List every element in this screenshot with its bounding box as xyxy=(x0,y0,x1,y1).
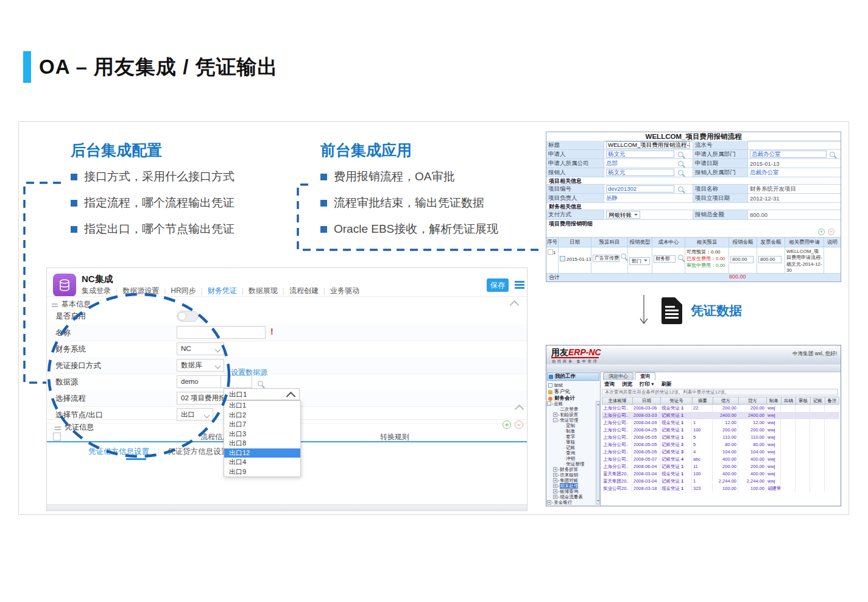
voucher-row[interactable]: 上海分公司.. 2008-05-05 记账凭证2 5 80.00 80.00 w… xyxy=(602,441,839,448)
search-icon[interactable] xyxy=(678,255,683,260)
select-all-checkbox[interactable] xyxy=(53,433,61,441)
column-header[interactable]: 摘要 xyxy=(693,397,713,404)
detail-table-row[interactable]: 1 2015-01-13 广告宣传费 部门 财务部 可用预算：0.00 已发生费… xyxy=(546,247,841,274)
flow-select[interactable]: 02 项目费用报 xyxy=(177,392,224,405)
expand-toggle-icon[interactable] xyxy=(559,445,563,450)
expand-toggle-icon[interactable]: + xyxy=(553,467,557,472)
expand-toggle-icon[interactable]: + xyxy=(553,473,557,477)
expand-toggle-icon[interactable] xyxy=(559,434,563,439)
sidebar-scrollbar[interactable] xyxy=(596,401,600,505)
voucher-row[interactable]: 蓝天集团20.. 2008-03-04 现金凭证1 100 400.00 400… xyxy=(602,470,839,478)
dropdown-option[interactable]: 出口9 xyxy=(224,467,300,477)
tree-item[interactable]: ◦ 二次登录 xyxy=(547,406,595,412)
tree-item[interactable]: ◦ 制单 xyxy=(547,428,595,434)
expand-toggle-icon[interactable]: + xyxy=(553,413,557,417)
project-code-input[interactable]: dev201302 xyxy=(606,185,674,193)
expand-toggle-icon[interactable]: + xyxy=(547,500,551,505)
search-icon[interactable] xyxy=(678,170,683,175)
invoice-amount-input[interactable]: 800.00 xyxy=(758,256,782,263)
search-icon[interactable] xyxy=(830,152,835,157)
column-header[interactable]: 主体账簿 xyxy=(602,397,633,404)
applicant-input[interactable]: 杨文元 xyxy=(606,150,674,158)
tree-item[interactable]: ◦ 签字 xyxy=(547,434,595,439)
toolbar-button[interactable]: 浏览 xyxy=(622,381,632,387)
remove-row-icon[interactable] xyxy=(828,228,834,235)
finance-system-select[interactable]: NC xyxy=(177,342,224,355)
calendar-icon[interactable] xyxy=(560,256,565,261)
tree-item[interactable]: + ▪ 集团对账 xyxy=(547,478,595,483)
column-header[interactable]: 贷方 xyxy=(739,397,767,404)
search-icon[interactable] xyxy=(678,161,683,166)
project-owner-value[interactable]: 丛静 xyxy=(604,194,693,203)
exit-select[interactable]: 出口1 xyxy=(224,388,300,400)
applicant-dept-input[interactable]: 总裁办公室 xyxy=(750,150,827,158)
tree-item[interactable]: + ▪ 资金银行 xyxy=(547,500,595,505)
voucher-row[interactable]: 上海分公司.. 2008-03-03 记账凭证1 2400.00 2400.00… xyxy=(602,412,839,419)
tree-item[interactable]: + ▪ 现金流量表 xyxy=(547,494,595,500)
expand-toggle-icon[interactable] xyxy=(559,423,563,428)
row-checkbox[interactable] xyxy=(548,249,553,255)
column-header[interactable]: 审核 xyxy=(796,397,811,404)
voucher-row[interactable]: 上海分公司.. 2008-05-07 记账凭证4 abc 400.00 400.… xyxy=(602,456,839,463)
dropdown-option[interactable]: 出口3 xyxy=(224,430,300,439)
tab-credit-info[interactable]: 凭证贷方信息设置 xyxy=(168,447,228,456)
column-header[interactable]: 日期 xyxy=(633,397,661,404)
column-header[interactable]: 备注 xyxy=(825,397,839,404)
remove-row-icon[interactable] xyxy=(515,420,523,429)
column-header[interactable]: 记账 xyxy=(811,397,825,404)
dropdown-option[interactable]: 出口2 xyxy=(224,411,300,420)
save-button[interactable]: 保存 xyxy=(487,278,509,292)
nc-menu-item[interactable]: 流程创建 xyxy=(278,286,319,295)
tree-item[interactable]: ◦ 凭证整理 xyxy=(547,461,595,467)
search-icon[interactable] xyxy=(258,381,263,386)
add-row-icon[interactable] xyxy=(818,228,825,235)
voucher-row[interactable]: 上海分公司.. 2008-05-05 记账凭证3 4 104.00 104.00… xyxy=(602,448,839,456)
expand-toggle-icon[interactable] xyxy=(559,440,563,444)
expand-toggle-icon[interactable] xyxy=(559,456,563,461)
expand-toggle-icon[interactable]: + xyxy=(553,495,557,499)
voucher-row[interactable]: 上海分公司.. 2008-06-04 记账凭证1 11 200.00 200.0… xyxy=(602,463,839,470)
nc-menu-item[interactable]: 数据源设置 xyxy=(111,286,159,295)
tree-item[interactable]: ◦ 审核 xyxy=(547,439,595,445)
tree-item[interactable]: + ▪ 初始设置 xyxy=(547,412,595,417)
name-input[interactable] xyxy=(177,326,266,339)
tree-item[interactable]: + ▪ 期末处理 xyxy=(547,483,595,489)
reimburser-input[interactable]: 杨文元 xyxy=(606,169,674,176)
toolbar-button[interactable]: 查询 xyxy=(604,381,615,387)
column-header[interactable]: 制单 xyxy=(767,397,782,404)
tree-item[interactable]: - ▪ 凭证管理 xyxy=(547,417,595,423)
datasource-select[interactable]: demo xyxy=(177,375,224,388)
voucher-row[interactable]: 上海分公司.. 2008-03-06 现金凭证1 22 200.00 200.0… xyxy=(602,405,839,412)
pay-method-select[interactable]: 网银转账 xyxy=(606,211,640,219)
nc-menu-item[interactable]: 业务驱动 xyxy=(319,286,359,295)
voucher-row[interactable]: 上海分公司.. 2008-05-05 记账凭证1 5 110.00 110.00… xyxy=(602,434,839,441)
expand-toggle-icon[interactable]: + xyxy=(553,478,557,483)
tree-item[interactable]: ◦ 冲销 xyxy=(547,456,595,461)
search-icon[interactable] xyxy=(678,186,683,192)
voucher-row[interactable]: 实业公司20.. 2008-03-18 现金凭证1 323 100.00 100… xyxy=(602,485,839,492)
voucher-row[interactable]: 上海分公司.. 2008-04-09 现金凭证1 1 12.00 12.00 w… xyxy=(602,419,839,427)
interface-select[interactable]: 数据库 xyxy=(177,359,224,372)
nc-menu-item[interactable]: 集成登录 xyxy=(82,286,111,295)
column-header[interactable]: 凭证号 xyxy=(661,397,693,404)
nc-menu-item[interactable]: 数据展现 xyxy=(237,286,278,295)
toolbar-button[interactable]: 打印 ▾ xyxy=(640,381,654,387)
budget-subject-input[interactable]: 广告宣传费 xyxy=(593,255,619,262)
related-request-link[interactable]: WELLCOM_项目费用申请流程-杨文元-2014-12-30 xyxy=(785,247,824,274)
toolbar-button[interactable]: 刷新 xyxy=(662,381,672,387)
tree-item[interactable]: + ▪ 账簿查询 xyxy=(547,489,595,494)
dropdown-option[interactable]: 出口12 xyxy=(224,448,300,458)
datasource-search-input[interactable] xyxy=(221,375,252,388)
expand-toggle-icon[interactable]: + xyxy=(553,484,557,488)
column-header[interactable]: 出纳 xyxy=(782,397,796,404)
expand-toggle-icon[interactable] xyxy=(559,429,563,433)
column-header[interactable]: 借方 xyxy=(713,397,739,404)
tree-item[interactable]: ◦ 查询 xyxy=(547,450,595,456)
tree-item[interactable]: ◦ 记账 xyxy=(547,445,595,450)
sidebar-item-my-work[interactable]: 我的工作 xyxy=(547,372,599,381)
reimb-type-select[interactable]: 部门 xyxy=(629,257,650,265)
expand-toggle-icon[interactable]: + xyxy=(553,489,557,494)
title-input[interactable]: WELLCOM_项目费用报销流程-杨文元-20 xyxy=(606,141,690,149)
erp-tab[interactable]: 查询 xyxy=(635,372,655,380)
tree-item[interactable]: + ▪ 往来核销 xyxy=(547,472,595,478)
